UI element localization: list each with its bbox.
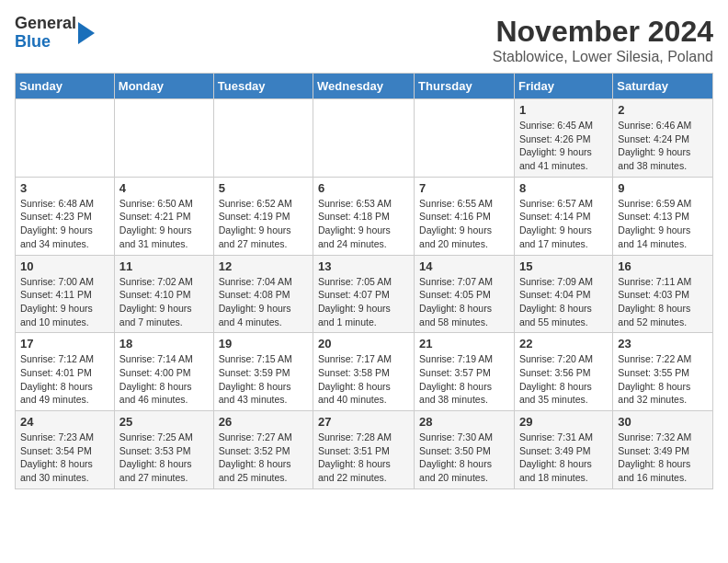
day-number: 21	[419, 337, 509, 350]
calendar-cell: 18Sunrise: 7:14 AM Sunset: 4:00 PM Dayli…	[114, 333, 213, 411]
calendar-cell: 16Sunrise: 7:11 AM Sunset: 4:03 PM Dayli…	[613, 255, 713, 333]
calendar-cell: 29Sunrise: 7:31 AM Sunset: 3:49 PM Dayli…	[514, 411, 612, 489]
day-number: 12	[219, 259, 308, 273]
page-header: General Blue November 2024 Stablowice, L…	[15, 15, 713, 65]
day-info: Sunrise: 7:05 AM Sunset: 4:07 PM Dayligh…	[318, 275, 409, 329]
day-number: 3	[20, 181, 109, 195]
day-info: Sunrise: 7:27 AM Sunset: 3:52 PM Dayligh…	[219, 431, 308, 485]
day-number: 9	[618, 181, 708, 195]
day-info: Sunrise: 6:52 AM Sunset: 4:19 PM Dayligh…	[219, 197, 308, 251]
week-row-3: 10Sunrise: 7:00 AM Sunset: 4:11 PM Dayli…	[16, 255, 713, 333]
day-info: Sunrise: 6:53 AM Sunset: 4:18 PM Dayligh…	[318, 197, 409, 251]
day-info: Sunrise: 7:32 AM Sunset: 3:49 PM Dayligh…	[618, 431, 708, 485]
day-info: Sunrise: 6:46 AM Sunset: 4:24 PM Dayligh…	[618, 119, 708, 173]
day-number: 1	[519, 103, 608, 117]
day-number: 27	[318, 415, 409, 429]
day-number: 13	[318, 259, 409, 273]
page-subtitle: Stablowice, Lower Silesia, Poland	[493, 49, 713, 65]
week-row-4: 17Sunrise: 7:12 AM Sunset: 4:01 PM Dayli…	[16, 333, 713, 411]
day-info: Sunrise: 7:15 AM Sunset: 3:59 PM Dayligh…	[219, 352, 308, 407]
day-number: 18	[119, 337, 209, 350]
day-number: 16	[618, 259, 708, 273]
day-number: 19	[219, 337, 308, 350]
day-number: 10	[20, 259, 109, 273]
day-info: Sunrise: 7:14 AM Sunset: 4:00 PM Dayligh…	[119, 352, 209, 407]
page-title: November 2024	[493, 15, 713, 49]
calendar-cell: 2Sunrise: 6:46 AM Sunset: 4:24 PM Daylig…	[613, 99, 713, 178]
calendar-cell: 28Sunrise: 7:30 AM Sunset: 3:50 PM Dayli…	[415, 411, 515, 489]
day-info: Sunrise: 7:23 AM Sunset: 3:54 PM Dayligh…	[20, 431, 109, 485]
day-info: Sunrise: 7:12 AM Sunset: 4:01 PM Dayligh…	[20, 352, 109, 407]
day-number: 30	[618, 415, 708, 429]
day-info: Sunrise: 7:19 AM Sunset: 3:57 PM Dayligh…	[419, 352, 509, 407]
calendar-cell: 19Sunrise: 7:15 AM Sunset: 3:59 PM Dayli…	[213, 333, 313, 411]
calendar-cell: 21Sunrise: 7:19 AM Sunset: 3:57 PM Dayli…	[415, 333, 515, 411]
day-number: 14	[419, 259, 509, 273]
calendar-cell: 20Sunrise: 7:17 AM Sunset: 3:58 PM Dayli…	[313, 333, 415, 411]
day-number: 24	[20, 415, 109, 429]
calendar-cell: 10Sunrise: 7:00 AM Sunset: 4:11 PM Dayli…	[16, 255, 115, 333]
day-info: Sunrise: 6:55 AM Sunset: 4:16 PM Dayligh…	[419, 197, 509, 251]
calendar-cell: 1Sunrise: 6:45 AM Sunset: 4:26 PM Daylig…	[514, 99, 612, 178]
day-number: 28	[419, 415, 509, 429]
calendar-cell: 5Sunrise: 6:52 AM Sunset: 4:19 PM Daylig…	[213, 177, 313, 255]
logo-arrow-icon	[78, 22, 95, 44]
day-number: 2	[618, 103, 708, 117]
column-header-tuesday: Tuesday	[213, 74, 313, 99]
column-header-monday: Monday	[114, 74, 213, 99]
week-row-1: 1Sunrise: 6:45 AM Sunset: 4:26 PM Daylig…	[16, 99, 713, 178]
day-info: Sunrise: 6:59 AM Sunset: 4:13 PM Dayligh…	[618, 197, 708, 251]
day-info: Sunrise: 6:57 AM Sunset: 4:14 PM Dayligh…	[519, 197, 608, 251]
day-info: Sunrise: 7:28 AM Sunset: 3:51 PM Dayligh…	[318, 431, 409, 485]
calendar-cell: 6Sunrise: 6:53 AM Sunset: 4:18 PM Daylig…	[313, 177, 415, 255]
day-info: Sunrise: 7:02 AM Sunset: 4:10 PM Dayligh…	[119, 275, 209, 329]
calendar-cell	[213, 99, 313, 178]
calendar-cell: 17Sunrise: 7:12 AM Sunset: 4:01 PM Dayli…	[16, 333, 115, 411]
column-header-saturday: Saturday	[613, 74, 713, 99]
title-block: November 2024 Stablowice, Lower Silesia,…	[493, 15, 713, 65]
day-number: 5	[219, 181, 308, 195]
day-number: 17	[20, 337, 109, 350]
day-info: Sunrise: 7:04 AM Sunset: 4:08 PM Dayligh…	[219, 275, 308, 329]
day-info: Sunrise: 7:07 AM Sunset: 4:05 PM Dayligh…	[419, 275, 509, 329]
week-row-2: 3Sunrise: 6:48 AM Sunset: 4:23 PM Daylig…	[16, 177, 713, 255]
day-number: 15	[519, 259, 608, 273]
day-number: 4	[119, 181, 209, 195]
calendar-cell: 24Sunrise: 7:23 AM Sunset: 3:54 PM Dayli…	[16, 411, 115, 489]
day-info: Sunrise: 7:22 AM Sunset: 3:55 PM Dayligh…	[618, 352, 708, 407]
day-info: Sunrise: 7:09 AM Sunset: 4:04 PM Dayligh…	[519, 275, 608, 329]
logo-text: General Blue	[15, 15, 76, 52]
day-number: 11	[119, 259, 209, 273]
day-info: Sunrise: 6:50 AM Sunset: 4:21 PM Dayligh…	[119, 197, 209, 251]
calendar-cell	[313, 99, 415, 178]
day-info: Sunrise: 7:11 AM Sunset: 4:03 PM Dayligh…	[618, 275, 708, 329]
day-info: Sunrise: 7:20 AM Sunset: 3:56 PM Dayligh…	[519, 352, 608, 407]
day-number: 25	[119, 415, 209, 429]
calendar-header-row: SundayMondayTuesdayWednesdayThursdayFrid…	[16, 74, 713, 99]
day-info: Sunrise: 7:31 AM Sunset: 3:49 PM Dayligh…	[519, 431, 608, 485]
day-info: Sunrise: 6:45 AM Sunset: 4:26 PM Dayligh…	[519, 119, 608, 173]
calendar-cell: 13Sunrise: 7:05 AM Sunset: 4:07 PM Dayli…	[313, 255, 415, 333]
calendar-cell	[16, 99, 115, 178]
column-header-wednesday: Wednesday	[313, 74, 415, 99]
calendar-body: 1Sunrise: 6:45 AM Sunset: 4:26 PM Daylig…	[16, 99, 713, 489]
calendar-table: SundayMondayTuesdayWednesdayThursdayFrid…	[15, 73, 713, 489]
day-number: 8	[519, 181, 608, 195]
calendar-cell: 3Sunrise: 6:48 AM Sunset: 4:23 PM Daylig…	[16, 177, 115, 255]
calendar-cell: 27Sunrise: 7:28 AM Sunset: 3:51 PM Dayli…	[313, 411, 415, 489]
day-number: 23	[618, 337, 708, 350]
week-row-5: 24Sunrise: 7:23 AM Sunset: 3:54 PM Dayli…	[16, 411, 713, 489]
day-number: 29	[519, 415, 608, 429]
calendar-cell: 15Sunrise: 7:09 AM Sunset: 4:04 PM Dayli…	[514, 255, 612, 333]
calendar-cell: 22Sunrise: 7:20 AM Sunset: 3:56 PM Dayli…	[514, 333, 612, 411]
column-header-sunday: Sunday	[16, 74, 115, 99]
calendar-cell: 23Sunrise: 7:22 AM Sunset: 3:55 PM Dayli…	[613, 333, 713, 411]
calendar-cell: 11Sunrise: 7:02 AM Sunset: 4:10 PM Dayli…	[114, 255, 213, 333]
calendar-cell	[415, 99, 515, 178]
calendar-cell: 8Sunrise: 6:57 AM Sunset: 4:14 PM Daylig…	[514, 177, 612, 255]
day-info: Sunrise: 7:25 AM Sunset: 3:53 PM Dayligh…	[119, 431, 209, 485]
day-info: Sunrise: 7:00 AM Sunset: 4:11 PM Dayligh…	[20, 275, 109, 329]
day-info: Sunrise: 7:17 AM Sunset: 3:58 PM Dayligh…	[318, 352, 409, 407]
day-number: 20	[318, 337, 409, 350]
logo: General Blue	[15, 15, 95, 52]
